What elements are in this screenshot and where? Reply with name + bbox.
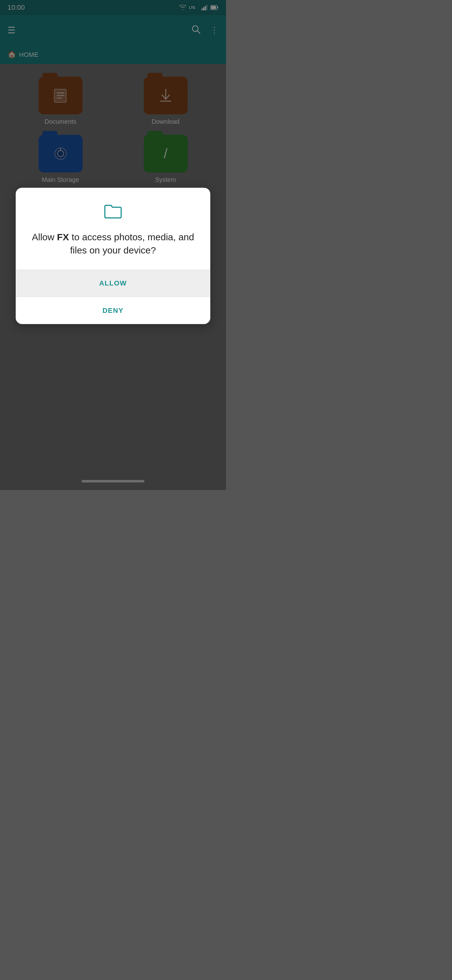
permission-dialog: Allow FX to access photos, media, and fi… bbox=[16, 188, 210, 324]
dialog-folder-icon bbox=[28, 203, 198, 223]
dialog-buttons: ALLOW DENY bbox=[16, 270, 210, 324]
dialog-app-name: FX bbox=[57, 232, 69, 242]
allow-button[interactable]: ALLOW bbox=[16, 270, 210, 297]
dialog-message: Allow FX to access photos, media, and fi… bbox=[28, 231, 198, 257]
dialog-content: Allow FX to access photos, media, and fi… bbox=[16, 188, 210, 257]
deny-button[interactable]: DENY bbox=[16, 297, 210, 324]
